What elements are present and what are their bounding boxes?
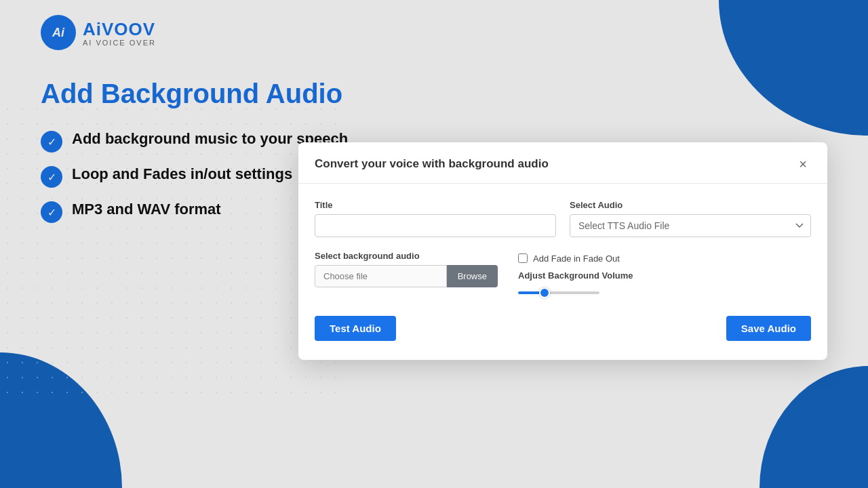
modal-close-button[interactable]: × [795,156,811,172]
fade-checkbox[interactable] [518,253,528,263]
select-audio-dropdown[interactable]: Select TTS Audio File [570,214,811,237]
modal-dialog: Convert your voice with background audio… [298,142,827,360]
bg-audio-label: Select background audio [315,251,505,261]
title-label: Title [315,200,556,210]
volume-control: Adjust Background Volume [518,270,811,297]
file-input-group: Browse [315,265,498,287]
file-name-input [315,265,447,287]
modal-header: Convert your voice with background audio… [298,142,827,184]
fade-checkbox-row: Add Fade in Fade Out [518,253,811,264]
title-group: Title [315,200,556,237]
volume-slider[interactable] [518,291,599,294]
right-controls: Add Fade in Fade Out Adjust Background V… [518,251,811,297]
modal-title: Convert your voice with background audio [315,157,549,171]
modal-overlay: Convert your voice with background audio… [0,0,868,488]
bg-audio-group: Select background audio Browse [315,251,505,287]
form-row-2: Select background audio Browse Add Fade … [315,251,811,297]
save-audio-button[interactable]: Save Audio [726,316,811,341]
volume-label: Adjust Background Volume [518,270,811,281]
fade-label[interactable]: Add Fade in Fade Out [533,253,620,264]
modal-footer: Test Audio Save Audio [315,313,811,341]
browse-button[interactable]: Browse [447,265,498,287]
select-audio-label: Select Audio [570,200,811,210]
form-row-1: Title Select Audio Select TTS Audio File [315,200,811,237]
test-audio-button[interactable]: Test Audio [315,316,396,341]
select-audio-group: Select Audio Select TTS Audio File [570,200,811,237]
modal-body: Title Select Audio Select TTS Audio File… [298,184,827,360]
title-input[interactable] [315,214,556,237]
